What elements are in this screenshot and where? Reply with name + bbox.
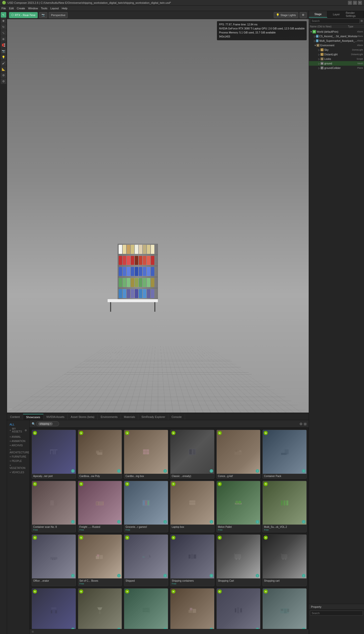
- asset-card-scan[interactable]: N ↓ Container scan No. 8 Free: [32, 481, 76, 533]
- tab-showcases[interactable]: Showcases: [23, 414, 43, 420]
- scale-tool[interactable]: ⤡: [1, 30, 6, 36]
- camera-button[interactable]: 📷: [39, 12, 47, 18]
- menu-help[interactable]: Help: [62, 7, 68, 10]
- tab-content[interactable]: Content: [7, 414, 23, 420]
- asset-card-melon[interactable]: N ↓ Melon Pallet Free: [216, 481, 261, 533]
- rtx-button[interactable]: ⬡ RTX - Real-Time: [9, 12, 38, 18]
- download-btn-16[interactable]: ↓: [210, 574, 213, 577]
- tab-materials[interactable]: Materials: [121, 414, 139, 420]
- asset-card-superma[interactable]: N ↓ Superma...elf Asset: [124, 588, 168, 629]
- download-btn-8[interactable]: ↓: [117, 520, 121, 524]
- asset-card-laptop[interactable]: N ↓ Laptop box: [170, 481, 214, 533]
- sidebar-animal[interactable]: ANIMAL: [9, 435, 28, 439]
- select-tool[interactable]: ↖: [1, 12, 6, 18]
- tree-ground[interactable]: ▷ M ground Mesh: [309, 61, 364, 66]
- asset-card-lamp[interactable]: N ↓ Stylized... a lamp: [78, 588, 122, 629]
- search-tag-close[interactable]: ×: [50, 422, 51, 425]
- snap-tool[interactable]: 🧲: [1, 42, 6, 48]
- sidebar-furniture[interactable]: FURNITURE: [9, 455, 28, 459]
- asset-card-cart1[interactable]: N ↓ Shopping Cart: [216, 534, 261, 586]
- download-btn-20[interactable]: ↓: [117, 628, 121, 629]
- physics-tool[interactable]: ⚙: [1, 72, 6, 78]
- tree-sky[interactable]: ▷ L Sky DomeLight: [309, 48, 364, 52]
- move-tool[interactable]: ✥: [1, 18, 6, 24]
- asset-card-shipped[interactable]: N ↓ Shipped: [124, 534, 168, 586]
- asset-card-setboxes[interactable]: N ↓ Set of C... Boxes Free: [78, 534, 122, 586]
- asset-card-cart2[interactable]: N ↓ Shopping cart: [262, 534, 307, 586]
- asset-card-apocaly[interactable]: N ↓ Apocaly...ner port: [32, 430, 76, 479]
- download-btn-19[interactable]: ↓: [71, 628, 75, 629]
- gizmo-tool[interactable]: ⊕: [1, 36, 6, 42]
- download-btn-12[interactable]: ↓: [302, 520, 305, 524]
- tab-simready[interactable]: SimReady Explorer: [138, 414, 168, 420]
- menu-tools[interactable]: Tools: [41, 7, 48, 10]
- download-btn-15[interactable]: ↓: [163, 574, 167, 577]
- asset-card-office[interactable]: N ↓ Office ...erator: [32, 534, 76, 586]
- menu-layout[interactable]: Layout: [51, 7, 59, 10]
- download-btn-5[interactable]: ↓: [256, 469, 259, 473]
- asset-card-cardbing[interactable]: N ↓ Cardbo...ing box: [124, 430, 168, 479]
- sidebar-vehicles[interactable]: VEHICLES: [9, 470, 28, 474]
- download-btn-7[interactable]: ↓: [71, 520, 75, 524]
- tab-stage[interactable]: Stage: [309, 11, 327, 18]
- download-btn-17[interactable]: ↓: [256, 574, 259, 577]
- light-tool[interactable]: 💡: [1, 54, 6, 60]
- settings-vp-button[interactable]: ⚙: [300, 12, 307, 18]
- tab-asset-stores[interactable]: Asset Stores (beta): [68, 414, 98, 420]
- minimize-button[interactable]: ─: [348, 1, 352, 5]
- filter-icon[interactable]: ⚙: [299, 422, 303, 426]
- property-search-input[interactable]: [310, 611, 363, 616]
- asset-card-wooden[interactable]: N ↓ Wooden Boxes: [170, 588, 214, 629]
- download-btn-2[interactable]: ↓: [117, 469, 121, 473]
- asset-card-shipping[interactable]: N ↓ Shipping containers Free: [170, 534, 214, 586]
- download-btn-4[interactable]: ↓: [210, 469, 213, 473]
- tab-environments[interactable]: Environments: [98, 414, 121, 420]
- sidebar-architecture[interactable]: ARCHITECTURE: [9, 448, 28, 455]
- asset-card-shoppingmall2[interactable]: N ↓ shopping mall Free: [262, 588, 307, 629]
- perspective-button[interactable]: Perspective: [49, 12, 68, 18]
- paint-tool[interactable]: 🖌: [1, 60, 6, 66]
- sidebar-all[interactable]: ALL: [9, 422, 28, 427]
- maximize-button[interactable]: □: [353, 1, 357, 5]
- asset-card-grocery[interactable]: N ↓ Grocerie...r games! Free: [124, 481, 168, 533]
- tree-looks[interactable]: ▷ S Looks Scope: [309, 57, 364, 61]
- download-btn-3[interactable]: ↓: [163, 469, 167, 473]
- grid-view-icon[interactable]: ⊞: [304, 422, 307, 426]
- asset-card-multi[interactable]: N ↓ Multi_Su...ck_VOL.2 Free: [262, 481, 307, 533]
- menu-create[interactable]: Create: [17, 7, 25, 10]
- stage-search-input[interactable]: [310, 19, 360, 24]
- sidebar-animation[interactable]: ANIMATION: [9, 439, 28, 443]
- tree-distantlight[interactable]: ▷ L DistantLight DistantLight: [309, 52, 364, 57]
- tree-environment[interactable]: ▼ E Environment Xform: [309, 43, 364, 48]
- download-btn-11[interactable]: ↓: [256, 520, 259, 524]
- menu-window[interactable]: Window: [28, 7, 38, 10]
- close-button[interactable]: ×: [358, 1, 362, 5]
- download-btn-6[interactable]: ↓: [302, 469, 305, 473]
- stage-lights-button[interactable]: 💡 Stage Lights: [274, 12, 298, 18]
- settings-tool[interactable]: ⚙: [1, 78, 6, 84]
- sidebar-vegetation[interactable]: VEGETATION: [9, 463, 28, 470]
- download-btn-21[interactable]: ↓: [163, 628, 167, 629]
- tree-world[interactable]: ▼ W World (defaultPrim) Xform: [309, 29, 364, 34]
- download-btn-22[interactable]: ↓: [210, 628, 213, 629]
- tree-multi-super[interactable]: ▷ M Multi_Supermarket_Assetpack_... Xfor…: [309, 38, 364, 43]
- asset-card-containerpack[interactable]: N ↓ Container Pack: [262, 430, 307, 479]
- asset-card-conceg[interactable]: N ↓ Conce...g kid': [216, 430, 261, 479]
- camera-tool[interactable]: 📷: [1, 48, 6, 54]
- asset-card-shoppingmall1[interactable]: N ↓ Shopping mall Free: [32, 588, 76, 629]
- menu-edit[interactable]: Edit: [9, 7, 14, 10]
- stage-filter-icon[interactable]: ⚙: [360, 19, 363, 23]
- tree-ground-collider[interactable]: ▷ P groundCollider Plane: [309, 66, 364, 70]
- sidebar-people[interactable]: PEOPLE: [9, 459, 28, 463]
- download-btn-23[interactable]: ↓: [256, 628, 259, 629]
- tab-console[interactable]: Console: [168, 414, 185, 420]
- asset-card-parking[interactable]: N ↓ parking garage: [216, 588, 261, 629]
- rotate-tool[interactable]: ↻: [1, 24, 6, 30]
- download-btn-9[interactable]: ↓: [163, 520, 167, 524]
- download-btn-1[interactable]: ↓: [71, 469, 75, 473]
- measure-tool[interactable]: 📐: [1, 66, 6, 72]
- download-btn-18[interactable]: ↓: [302, 574, 305, 577]
- download-btn-24[interactable]: ↓: [302, 628, 305, 629]
- asset-grid-container[interactable]: N ↓ Apocaly...ner port N: [30, 428, 309, 629]
- download-btn-14[interactable]: ↓: [117, 574, 121, 577]
